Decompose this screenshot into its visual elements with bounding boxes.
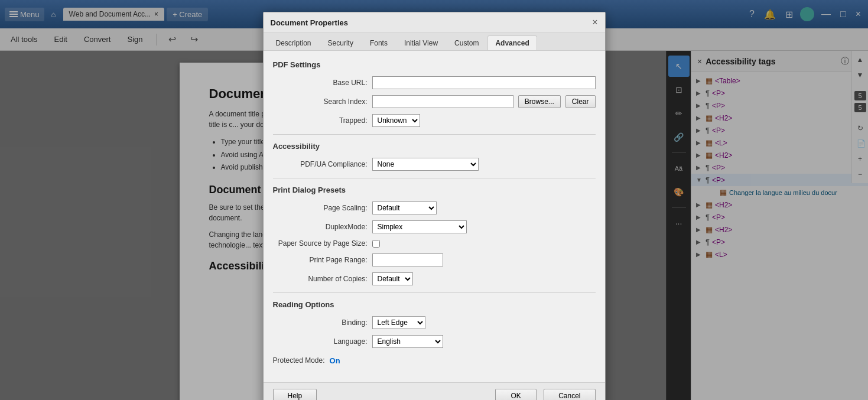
print-range-row: Print Page Range: (273, 253, 596, 266)
help-button[interactable]: Help (273, 389, 317, 400)
page-scaling-label: Page Scaling: (273, 204, 368, 212)
divider2 (273, 178, 596, 178)
trapped-label: Trapped: (273, 116, 368, 125)
copies-row: Number of Copies: Default 1 2 3 (273, 272, 596, 285)
pdfua-select[interactable]: None PDF/UA-1 (372, 158, 479, 171)
page-scaling-select[interactable]: Default None Fit to Page Shrink to Page (372, 201, 437, 214)
duplex-label: DuplexMode: (273, 223, 368, 231)
language-select[interactable]: English (372, 335, 443, 348)
dialog-tabs: Description Security Fonts Initial View … (264, 33, 605, 51)
dialog-body: PDF Settings Base URL: Search Index: Bro… (264, 51, 605, 382)
pdfua-label: PDF/UA Compliance: (273, 160, 368, 168)
pdf-settings-section: PDF Settings (273, 60, 596, 69)
print-range-label: Print Page Range: (273, 256, 368, 264)
browse-button[interactable]: Browse... (518, 95, 561, 108)
binding-row: Binding: Left Edge Right Edge (273, 316, 596, 329)
dialog-title: Document Properties (271, 18, 348, 27)
cancel-button[interactable]: Cancel (544, 389, 595, 400)
accessibility-section: Accessibility (273, 142, 596, 151)
tab-initial-view[interactable]: Initial View (396, 35, 446, 50)
pdfua-row: PDF/UA Compliance: None PDF/UA-1 (273, 158, 596, 171)
base-url-input[interactable] (372, 76, 596, 89)
base-url-row: Base URL: (273, 76, 596, 89)
duplex-row: DuplexMode: Simplex Duplex Flip Short Ed… (273, 220, 596, 233)
dialog-title-bar: Document Properties × (264, 12, 605, 33)
base-url-label: Base URL: (273, 79, 368, 87)
search-index-label: Search Index: (273, 97, 368, 106)
search-index-row: Search Index: Browse... Clear (273, 95, 596, 108)
trapped-row: Trapped: Unknown Yes No (273, 114, 596, 127)
clear-button[interactable]: Clear (565, 95, 596, 108)
dialog-close-button[interactable]: × (592, 17, 597, 28)
divider3 (273, 292, 596, 293)
binding-select[interactable]: Left Edge Right Edge (372, 316, 425, 329)
language-label: Language: (273, 337, 368, 346)
tab-description[interactable]: Description (268, 35, 319, 50)
copies-label: Number of Copies: (273, 275, 368, 283)
tab-custom[interactable]: Custom (447, 35, 486, 50)
dialog-overlay: Document Properties × Description Securi… (0, 0, 868, 400)
protected-mode-label: Protected Mode: (273, 354, 325, 367)
paper-source-checkbox[interactable] (372, 240, 380, 248)
page-scaling-row: Page Scaling: Default None Fit to Page S… (273, 201, 596, 214)
language-row: Language: English (273, 335, 596, 348)
divider1 (273, 134, 596, 135)
duplex-select[interactable]: Simplex Duplex Flip Short Edge Duplex Fl… (372, 220, 467, 233)
copies-select[interactable]: Default 1 2 3 (372, 272, 413, 285)
search-index-input[interactable] (372, 95, 513, 108)
paper-source-row: Paper Source by Page Size: (273, 239, 596, 248)
tab-advanced[interactable]: Advanced (487, 35, 537, 50)
trapped-select[interactable]: Unknown Yes No (372, 114, 420, 127)
dialog-footer: Help OK Cancel (264, 382, 605, 400)
paper-source-label: Paper Source by Page Size: (273, 239, 368, 248)
protected-mode-status: On (330, 356, 340, 365)
protected-mode-row: Protected Mode: On (273, 354, 596, 367)
print-range-input[interactable] (372, 253, 443, 266)
ok-button[interactable]: OK (495, 389, 537, 400)
document-properties-dialog: Document Properties × Description Securi… (263, 12, 606, 400)
binding-label: Binding: (273, 318, 368, 327)
reading-options-section: Reading Options (273, 300, 596, 309)
print-dialog-section: Print Dialog Presets (273, 186, 596, 194)
tab-fonts[interactable]: Fonts (362, 35, 395, 50)
tab-security[interactable]: Security (320, 35, 361, 50)
